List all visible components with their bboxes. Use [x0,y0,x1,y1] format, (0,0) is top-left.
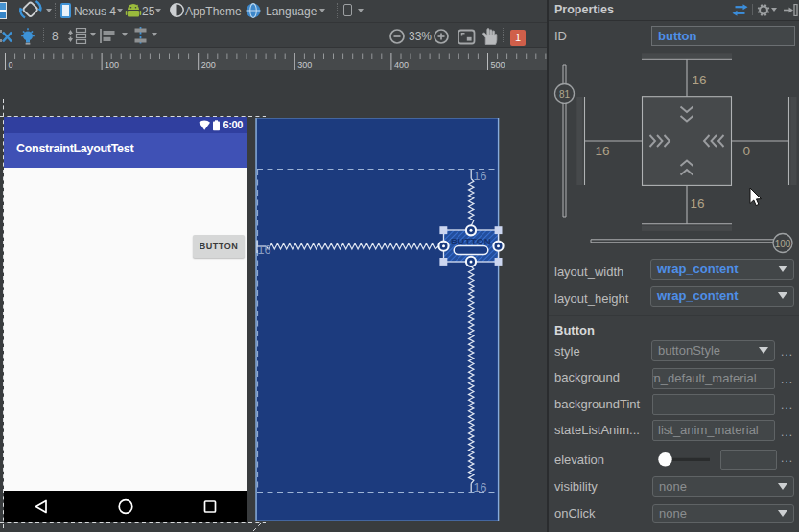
svg-text:16: 16 [596,144,610,158]
svg-text:16: 16 [474,481,487,495]
svg-text:81: 81 [559,89,571,100]
svg-text:16: 16 [693,73,707,87]
svg-text:16: 16 [691,197,705,211]
svg-text:100: 100 [775,239,791,249]
svg-text:16: 16 [474,170,487,183]
svg-text:16: 16 [258,243,271,257]
svg-text:0: 0 [743,144,751,158]
svg-text:BUTTON: BUTTON [451,236,491,246]
